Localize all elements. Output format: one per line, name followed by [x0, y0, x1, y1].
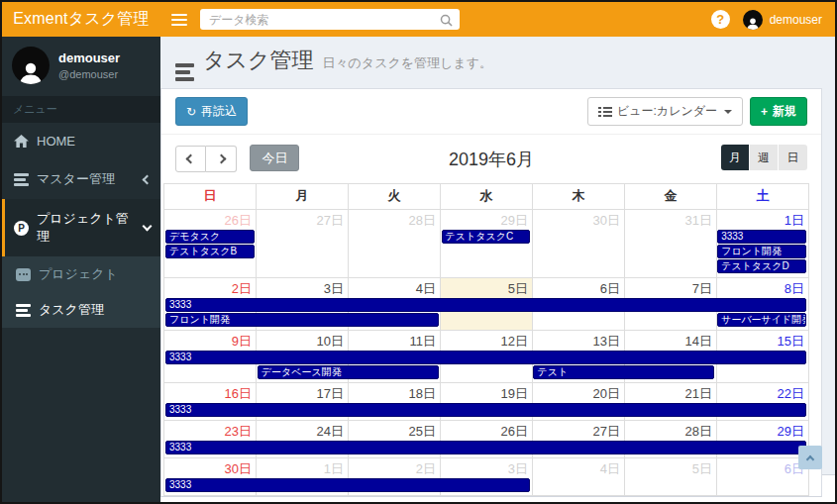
calendar-event[interactable]: 3333	[165, 478, 530, 492]
help-icon[interactable]: ?	[711, 10, 730, 29]
search-icon[interactable]	[440, 13, 453, 31]
day-number: 14日	[625, 331, 716, 351]
table-icon	[16, 268, 31, 281]
calendar-event[interactable]: 3333	[165, 441, 806, 454]
sidebar: Exmentタスク管理 demouser @demouser メニュー HOME…	[2, 2, 160, 502]
calendar-event[interactable]: テストタスクB	[165, 245, 255, 258]
project-icon: P	[14, 221, 29, 236]
list-icon	[598, 107, 612, 117]
calendar-box: ↻ 再読込 ビュー:カレンダー + 新規	[160, 88, 822, 497]
day-header: 木	[532, 184, 624, 209]
day-number: 30日	[164, 458, 256, 478]
mode-month-button[interactable]: 月	[721, 145, 750, 170]
calendar-grid: 日月火水木金土 26日27日28日29日30日31日1日デモタスクテストタスクB…	[163, 183, 809, 496]
sidebar-item-master[interactable]: マスター管理	[2, 159, 160, 199]
day-number: 28日	[349, 210, 440, 230]
chevron-up-icon	[806, 455, 814, 463]
day-number: 12日	[441, 331, 532, 351]
calendar-event[interactable]: フロント開発	[717, 245, 806, 258]
chevron-left-icon	[143, 174, 153, 184]
calendar-event[interactable]: 3333	[165, 351, 806, 364]
person-icon	[18, 60, 44, 84]
day-number: 4日	[349, 278, 440, 298]
day-header: 土	[716, 184, 808, 209]
refresh-icon: ↻	[186, 105, 196, 119]
reload-button[interactable]: ↻ 再読込	[175, 97, 248, 126]
day-number: 23日	[164, 421, 256, 441]
calendar-event[interactable]: テスト	[533, 365, 714, 379]
page-title-icon	[175, 63, 194, 81]
day-number: 18日	[349, 383, 440, 403]
calendar-event[interactable]: 3333	[717, 230, 806, 244]
day-number: 2日	[164, 278, 256, 298]
calendar-event[interactable]: フロント開発	[165, 313, 439, 327]
box-header: ↻ 再読込 ビュー:カレンダー + 新規	[161, 89, 821, 135]
day-header: 金	[624, 184, 716, 209]
day-header: 日	[164, 184, 256, 209]
day-number: 22日	[717, 383, 808, 403]
view-dropdown-button[interactable]: ビュー:カレンダー	[587, 97, 743, 126]
calendar-event-layer: 3333データベース開発テスト	[164, 351, 808, 382]
navbar-user-menu[interactable]: demouser	[743, 10, 822, 30]
mode-week-button[interactable]: 週	[750, 145, 779, 170]
search-input[interactable]	[200, 9, 460, 30]
chevron-down-icon	[143, 222, 153, 232]
calendar-week: 2日3日4日5日6日7日8日3333フロント開発サーバーサイド開発	[164, 277, 808, 330]
home-icon	[14, 135, 29, 148]
calendar-event-layer: 3333フロント開発サーバーサイド開発	[164, 298, 808, 330]
sidebar-subitem-project[interactable]: プロジェクト	[2, 256, 160, 292]
day-number: 7日	[625, 278, 716, 298]
day-number: 6日	[717, 458, 808, 478]
person-icon	[746, 17, 760, 30]
day-number: 2日	[349, 458, 440, 478]
sidebar-submenu: プロジェクト タスク管理	[2, 256, 160, 328]
calendar-event[interactable]: デモタスク	[165, 230, 255, 244]
calendar-week: 16日17日18日19日20日21日22日3333	[164, 382, 808, 420]
calendar-week: 23日24日25日26日27日28日29日3333	[164, 420, 808, 457]
calendar-event[interactable]: 3333	[165, 298, 806, 312]
sidebar-item-label: プロジェクト管理	[37, 210, 136, 246]
calendar-event[interactable]: サーバーサイド開発	[717, 313, 806, 327]
day-number: 30日	[533, 210, 624, 230]
sidebar-item-home[interactable]: HOME	[2, 123, 160, 159]
app-window: Exmentタスク管理 demouser @demouser メニュー HOME…	[0, 0, 837, 504]
day-number: 5日	[625, 458, 716, 478]
calendar-week: 30日1日2日3日4日5日6日3333	[164, 457, 808, 495]
calendar-week: 26日27日28日29日30日31日1日デモタスクテストタスクBテストタスクC3…	[164, 210, 808, 277]
user-avatar	[12, 47, 50, 84]
day-number: 8日	[717, 278, 808, 298]
navbar-user-name: demouser	[770, 13, 822, 27]
mode-day-button[interactable]: 日	[779, 145, 807, 170]
page-subtitle: 日々のタスクを管理します。	[323, 54, 492, 72]
user-avatar-small	[743, 10, 763, 30]
day-number: 9日	[164, 331, 256, 351]
main-content: タスク管理 日々のタスクを管理します。 ↻ 再読込 ビュー:カレンダー	[160, 37, 835, 474]
app-logo[interactable]: Exmentタスク管理	[2, 2, 160, 37]
day-number: 10日	[257, 331, 348, 351]
day-number: 26日	[164, 210, 256, 230]
calendar-event[interactable]: テストタスクC	[442, 230, 531, 244]
sidebar-item-project-mgmt[interactable]: P プロジェクト管理	[2, 199, 160, 256]
day-number: 21日	[625, 383, 716, 403]
calendar-event-layer: 3333	[164, 478, 808, 495]
sidebar-subitem-task-mgmt[interactable]: タスク管理	[2, 292, 160, 328]
calendar-event-layer: 3333	[164, 403, 808, 420]
sidebar-toggle-button[interactable]	[160, 14, 198, 26]
day-number: 1日	[257, 458, 348, 478]
day-number: 31日	[625, 210, 716, 230]
day-number: 4日	[533, 458, 624, 478]
scroll-to-top-button[interactable]	[798, 446, 822, 469]
new-button[interactable]: + 新規	[750, 97, 807, 126]
calendar-day-headers: 日月火水木金土	[164, 184, 808, 210]
day-header: 火	[348, 184, 440, 209]
global-search	[200, 9, 460, 30]
day-number: 26日	[441, 421, 532, 441]
sidebar-user-panel: demouser @demouser	[2, 37, 160, 96]
sidebar-subitem-label: プロジェクト	[39, 265, 118, 283]
calendar-event[interactable]: データベース開発	[258, 365, 439, 379]
calendar-event[interactable]: テストタスクD	[717, 259, 806, 273]
sidebar-user-handle: @demouser	[58, 68, 120, 80]
day-number: 3日	[257, 278, 348, 298]
day-number: 27日	[533, 421, 624, 441]
calendar-event[interactable]: 3333	[165, 403, 806, 417]
